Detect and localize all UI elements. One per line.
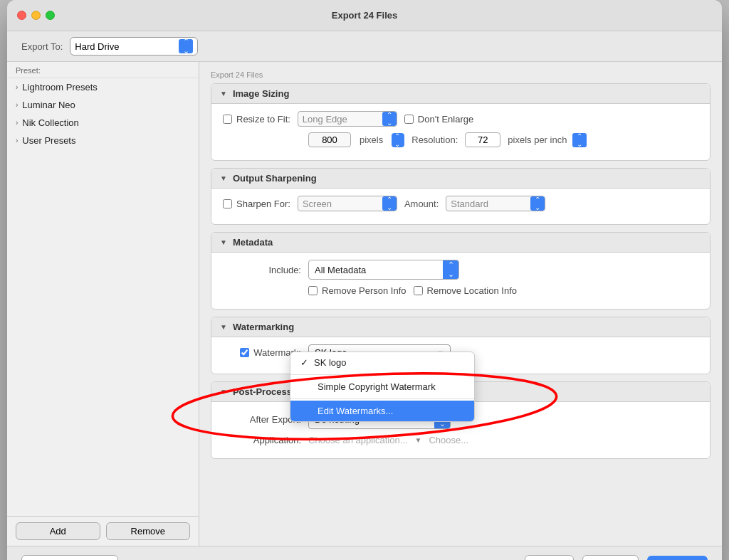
amount-select[interactable]: Standard Low High bbox=[446, 197, 532, 211]
resolution-row: pixels ⌃⌄ Resolution: pixels per inch ⌃⌄ bbox=[223, 132, 698, 147]
sidebar-item-label: Nik Collection bbox=[22, 117, 78, 128]
output-sharpening-header: ▼ Output Sharpening bbox=[211, 169, 710, 189]
remove-location-text: Remove Location Info bbox=[427, 285, 517, 296]
choose-button[interactable]: Choose... bbox=[429, 435, 468, 445]
metadata-header: ▼ Metadata bbox=[211, 233, 710, 253]
standard-select-wrap: Standard Low High ⌃⌄ bbox=[446, 196, 545, 211]
traffic-lights bbox=[17, 11, 55, 20]
add-preset-button[interactable]: Add bbox=[16, 522, 100, 540]
watermark-dropdown-menu: ✓ SK logo Simple Copyright Watermark Edi… bbox=[290, 352, 475, 422]
export-destination-value: Hard Drive bbox=[75, 41, 119, 52]
footer: Plug-in Manager... Learn More Done Cance… bbox=[7, 546, 722, 560]
dont-enlarge-label[interactable]: Don't Enlarge bbox=[404, 114, 473, 125]
resize-to-fit-label: Resize to Fit: bbox=[236, 114, 290, 125]
pixels-unit-arrow: ⌃⌄ bbox=[392, 133, 404, 147]
include-select-wrap: All Metadata Copyright Only Copyright & … bbox=[308, 260, 459, 280]
toolbar: Export To: Hard Drive ⌃⌄ bbox=[7, 31, 722, 62]
dropdown-divider-2 bbox=[290, 398, 474, 399]
watermarking-header: ▼ Watermarking bbox=[211, 317, 710, 337]
close-button[interactable] bbox=[17, 11, 26, 20]
image-sizing-header: ▼ Image Sizing bbox=[211, 84, 710, 104]
image-sizing-title: Image Sizing bbox=[233, 88, 289, 99]
output-sharpening-title: Output Sharpening bbox=[233, 173, 317, 184]
metadata-body: Include: All Metadata Copyright Only Cop… bbox=[211, 253, 710, 309]
cancel-button[interactable]: Cancel bbox=[582, 555, 638, 560]
watermarking-section: ▼ Watermarking Watermark: SK logo ▼ bbox=[211, 317, 710, 374]
pixels-select-wrap: ⌃⌄ bbox=[392, 133, 404, 147]
sidebar-footer: Add Remove bbox=[7, 516, 199, 546]
resize-to-fit-checkbox-label[interactable]: Resize to Fit: bbox=[223, 114, 290, 125]
done-button[interactable]: Done bbox=[525, 555, 574, 560]
chevron-right-icon: › bbox=[16, 101, 18, 109]
resolution-input[interactable] bbox=[465, 132, 500, 147]
window-title: Export 24 Files bbox=[332, 10, 397, 21]
resize-row: Resize to Fit: Long Edge Short Edge Widt… bbox=[223, 111, 698, 127]
dont-enlarge-text: Don't Enlarge bbox=[418, 114, 473, 125]
chevron-right-icon: › bbox=[16, 83, 18, 91]
include-row: Include: All Metadata Copyright Only Cop… bbox=[223, 260, 698, 280]
output-sharpening-body: Sharpen For: Screen Matte Paper Glossy P… bbox=[211, 189, 710, 224]
remove-preset-button[interactable]: Remove bbox=[106, 522, 191, 540]
resolution-unit: pixels per inch bbox=[508, 134, 567, 145]
remove-location-checkbox[interactable] bbox=[414, 286, 423, 295]
amount-label: Amount: bbox=[404, 199, 439, 209]
sharpen-for-checkbox[interactable] bbox=[223, 199, 232, 208]
watermark-option-simple-copyright[interactable]: Simple Copyright Watermark bbox=[290, 376, 474, 397]
minimize-button[interactable] bbox=[31, 11, 41, 20]
include-label: Include: bbox=[223, 265, 301, 275]
sidebar-items: › Lightroom Presets › Luminar Neo › Nik … bbox=[7, 78, 199, 516]
remove-person-text: Remove Person Info bbox=[322, 285, 407, 296]
dropdown-divider bbox=[290, 374, 474, 375]
checkmark-icon: ✓ bbox=[300, 357, 308, 368]
screen-arrow: ⌃⌄ bbox=[382, 196, 397, 211]
amount-arrow: ⌃⌄ bbox=[530, 196, 545, 211]
sidebar-item-label: User Presets bbox=[22, 135, 75, 146]
maximize-button[interactable] bbox=[46, 11, 55, 20]
watermark-checkbox[interactable] bbox=[240, 348, 249, 357]
remove-location-label[interactable]: Remove Location Info bbox=[414, 285, 517, 296]
triangle-icon: ▼ bbox=[220, 388, 227, 396]
metadata-section: ▼ Metadata Include: All Metadata Copyrig… bbox=[211, 232, 710, 310]
resolution-label: Resolution: bbox=[411, 134, 458, 145]
watermark-option-sk-logo[interactable]: ✓ SK logo bbox=[290, 352, 474, 373]
chevron-down-icon: ▼ bbox=[414, 436, 421, 444]
remove-person-checkbox[interactable] bbox=[308, 286, 318, 295]
resize-fit-arrow: ⌃⌄ bbox=[382, 112, 397, 126]
sidebar-item-label: Lightroom Presets bbox=[22, 82, 98, 93]
remove-person-label[interactable]: Remove Person Info bbox=[308, 285, 407, 296]
titlebar: Export 24 Files bbox=[7, 0, 722, 31]
plugin-manager-button[interactable]: Plug-in Manager... bbox=[21, 555, 118, 560]
export-button[interactable]: Export bbox=[647, 556, 708, 560]
metadata-title: Metadata bbox=[233, 237, 273, 248]
export-destination-select[interactable]: Hard Drive ⌃⌄ bbox=[70, 37, 198, 56]
triangle-icon: ▼ bbox=[220, 323, 227, 331]
export-destination-arrow: ⌃⌄ bbox=[179, 39, 193, 53]
resolution-unit-arrow: ⌃⌄ bbox=[572, 133, 587, 147]
sharpen-screen-select[interactable]: Screen Matte Paper Glossy Paper bbox=[298, 197, 384, 211]
width-input[interactable] bbox=[308, 132, 351, 147]
export-to-label: Export To: bbox=[21, 41, 63, 52]
sidebar-header: Preset: bbox=[7, 62, 199, 78]
sidebar-item-user-presets[interactable]: › User Presets bbox=[7, 132, 199, 149]
resize-to-fit-checkbox[interactable] bbox=[223, 115, 232, 124]
dont-enlarge-checkbox[interactable] bbox=[404, 115, 414, 124]
sidebar-item-lightroom-presets[interactable]: › Lightroom Presets bbox=[7, 78, 199, 96]
triangle-icon: ▼ bbox=[220, 238, 227, 246]
pixels-unit: pixels bbox=[360, 134, 383, 145]
application-placeholder: Choose an application... bbox=[308, 435, 407, 445]
watermark-option-edit-watermarks[interactable]: Edit Watermarks... bbox=[290, 401, 474, 421]
include-select-arrow: ⌃⌄ bbox=[443, 260, 458, 279]
sharpen-for-text: Sharpen For: bbox=[236, 199, 290, 209]
content-area: Export 24 Files ▼ Image Sizing Resize to… bbox=[199, 62, 722, 546]
sidebar-item-label: Luminar Neo bbox=[22, 100, 75, 110]
resize-fit-select[interactable]: Long Edge Short Edge Width Height bbox=[298, 112, 384, 126]
sharpen-for-label[interactable]: Sharpen For: bbox=[223, 199, 290, 209]
dropdown-item-label: Simple Copyright Watermark bbox=[318, 381, 436, 392]
sidebar-item-nik-collection[interactable]: › Nik Collection bbox=[7, 114, 199, 132]
export-dialog: Export 24 Files Export To: Hard Drive ⌃⌄… bbox=[7, 0, 722, 560]
include-select[interactable]: All Metadata Copyright Only Copyright & … bbox=[309, 263, 443, 278]
chevron-right-icon: › bbox=[16, 119, 18, 127]
screen-select-wrap: Screen Matte Paper Glossy Paper ⌃⌄ bbox=[298, 196, 397, 211]
sidebar-item-luminar-neo[interactable]: › Luminar Neo bbox=[7, 96, 199, 114]
image-sizing-body: Resize to Fit: Long Edge Short Edge Widt… bbox=[211, 104, 710, 160]
